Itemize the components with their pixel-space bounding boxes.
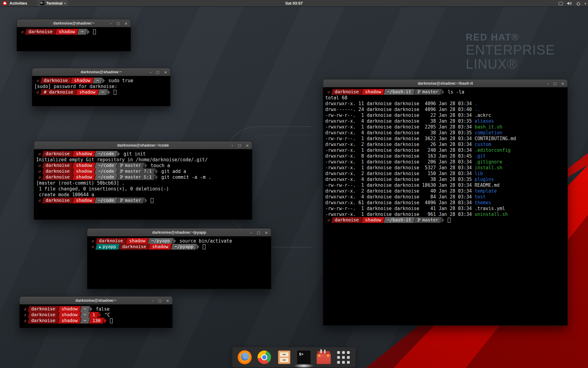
prompt-segment-label: master — [120, 163, 141, 168]
prompt-os-icon: ↺ — [19, 29, 26, 34]
maximize-button[interactable]: □ — [156, 71, 159, 74]
prompt-segment-host: shadow — [58, 318, 81, 324]
ls-row-filename: .git — [475, 153, 486, 159]
terminal-line: ↺darknoiseshadow~/codemaster — [36, 197, 251, 203]
command-text: git commit -a -m . — [161, 174, 211, 180]
minimize-button[interactable]: – — [231, 144, 233, 148]
terminal-line: ↺darknoiseshadow~false — [22, 306, 171, 312]
prompt-segment-host: shadow — [72, 163, 96, 168]
prompt-segment-label: shadow — [365, 89, 381, 95]
git-branch-icon — [417, 218, 421, 222]
ls-row-attrs: drwxrwxr-x. 4 darknoise darknoise 38 Jan… — [325, 130, 475, 136]
terminal-content[interactable]: ↺darknoiseshadow~ — [17, 27, 131, 51]
activities-button[interactable]: Activities — [9, 1, 27, 6]
prompt-segment-label: darknoise — [46, 151, 70, 157]
maximize-button[interactable]: □ — [257, 231, 260, 234]
grid-dot — [337, 351, 340, 354]
minimize-button[interactable]: – — [152, 299, 154, 303]
terminal-line: drwxrwxr-x. 4 darknoise darknoise 84 Jan… — [325, 194, 566, 200]
git-branch-icon — [120, 175, 123, 179]
window-titlebar[interactable]: darknoise@shadow:~–□× — [17, 19, 131, 27]
minimize-button[interactable]: – — [110, 21, 112, 25]
output-text: total 68 — [325, 95, 347, 101]
terminal-content[interactable]: ↺darknoiseshadow~sudo true[sudo] passwor… — [32, 76, 170, 106]
ls-row-attrs: drwxrwxr-x. 2 darknoise darknoise 150 Ja… — [325, 171, 475, 176]
desktop: RED HAT® ENTERPRISE LINUX® Activities $>… — [0, 0, 588, 368]
toolbox-icon — [317, 354, 331, 364]
maximize-button[interactable]: □ — [553, 82, 556, 85]
grid-dot — [347, 356, 350, 359]
close-button[interactable]: × — [246, 144, 249, 148]
terminal-line: -rw-rw-r--. 1 darknoise darknoise 18630 … — [325, 182, 566, 188]
terminal-line: 1 file changed, 0 insertions(+), 0 delet… — [36, 186, 251, 192]
close-button[interactable]: × — [561, 82, 564, 86]
dock-firefox[interactable] — [237, 349, 252, 365]
terminal-line: drwxrwxr-x. 4 darknoise darknoise 38 Jan… — [325, 176, 566, 182]
minimize-button[interactable]: – — [149, 70, 152, 74]
maximize-button[interactable]: □ — [117, 22, 120, 25]
ls-row-filename: uninstall.sh — [475, 212, 508, 217]
top-bar: Activities $> Terminal ▾ Sat 03:57 ▾ — [0, 0, 588, 7]
terminal-line: -rw-rw-r--. 1 darknoise darknoise 3622 J… — [325, 136, 566, 141]
prompt-segment-path: ~ — [98, 89, 108, 95]
prompt-segment-label: darknoise — [31, 318, 55, 324]
terminal-line: ↺darknoiseshadow~/codegit init — [36, 151, 251, 157]
terminal-line: ↺darknoiseshadow~ — [19, 29, 130, 35]
close-button[interactable]: × — [124, 21, 128, 25]
output-text: [master (root-commit) 50bcb63] . — [36, 180, 125, 186]
prompt-segment-path: ~/code — [95, 151, 118, 157]
window-titlebar[interactable]: darknoise@shadow:~/code–□× — [34, 141, 252, 149]
terminal-line: ↺darknoiseshadow~sudo true — [34, 78, 169, 83]
ls-row-filename: install.sh — [475, 165, 502, 171]
window-titlebar[interactable]: darknoise@shadow:~/bash-it–□× — [323, 79, 567, 87]
window-controls: –□× — [152, 297, 169, 305]
dock-chrome[interactable] — [257, 349, 272, 365]
close-button[interactable]: × — [265, 231, 268, 235]
terminal-content[interactable]: ↺darknoiseshadow~false↺darknoiseshadow~1… — [20, 305, 172, 328]
prompt-segment-label: ~/code — [98, 151, 114, 157]
prompt-segment-host: shadow — [72, 197, 96, 203]
prompt-os-icon: ↺ — [325, 90, 332, 94]
prompt-segment-label: # darknoise — [44, 89, 73, 95]
clock[interactable]: Sat 03:57 — [285, 1, 303, 6]
ls-row-filename: . — [475, 101, 477, 106]
dock-terminal[interactable]: $> — [296, 349, 311, 365]
prompt-segment-path: ~/bash-it — [384, 217, 415, 223]
window-titlebar[interactable]: darknoise@shadow:~/pyapp–□× — [87, 228, 271, 236]
screen-icon[interactable] — [559, 2, 563, 5]
close-button[interactable]: × — [164, 70, 167, 74]
volume-icon[interactable] — [567, 1, 572, 6]
terminal-content[interactable]: ↺darknoiseshadow~/bash-itmasterls -latot… — [323, 87, 567, 325]
prompt-segment-host: shadow — [361, 217, 385, 223]
dock-files[interactable] — [277, 349, 292, 365]
prompt-segment-label: shadow — [62, 306, 77, 312]
git-branch-icon — [120, 169, 123, 173]
app-menu-terminal[interactable]: $> Terminal ▾ — [38, 0, 68, 6]
close-button[interactable]: × — [166, 299, 169, 303]
window-titlebar[interactable]: darknoise@shadow:~–□× — [32, 68, 170, 76]
chevron-down-icon[interactable]: ▾ — [585, 2, 586, 5]
terminal-content[interactable]: ↺darknoiseshadow~/pyappsource bin/activa… — [87, 236, 271, 289]
prompt-segment-user: darknoise — [119, 244, 150, 250]
maximize-button[interactable]: □ — [158, 299, 161, 302]
prompt-segment-user: darknoise — [25, 29, 57, 35]
terminal-cursor — [110, 318, 113, 323]
window-titlebar[interactable]: darknoise@shadow:~–□× — [20, 297, 172, 305]
ls-row-attrs: -rwxrwxr-x. 1 darknoise darknoise 206 Ja… — [325, 159, 475, 165]
dock-toolbox[interactable] — [316, 349, 331, 365]
ls-row-attrs: drwxrwxr-x. 61 darknoise darknoise 4096 … — [325, 200, 475, 205]
prompt-segment-label: darknoise — [28, 29, 53, 35]
ls-row-filename: custom — [475, 142, 491, 147]
window-controls: –□× — [547, 79, 564, 87]
maximize-button[interactable]: □ — [238, 144, 241, 147]
ls-row-filename: .editorconfig — [475, 148, 511, 153]
power-icon[interactable] — [576, 1, 581, 6]
minimize-button[interactable]: – — [250, 231, 252, 235]
ls-row-attrs: drwxrwxr-x. 4 darknoise darknoise 38 Jan… — [325, 177, 475, 182]
minimize-button[interactable]: – — [547, 82, 549, 86]
prompt-segment-label: ~ — [84, 312, 86, 318]
dock-appgrid[interactable] — [336, 349, 351, 365]
terminal-line: drwxrwxr-x. 8 darknoise darknoise 163 Ja… — [325, 153, 566, 159]
terminal-content[interactable]: ↺darknoiseshadow~/codegit initInitialize… — [34, 149, 252, 220]
ls-row-attrs: -rw-rw-r--. 1 darknoise darknoise 22 Jan… — [325, 113, 475, 118]
